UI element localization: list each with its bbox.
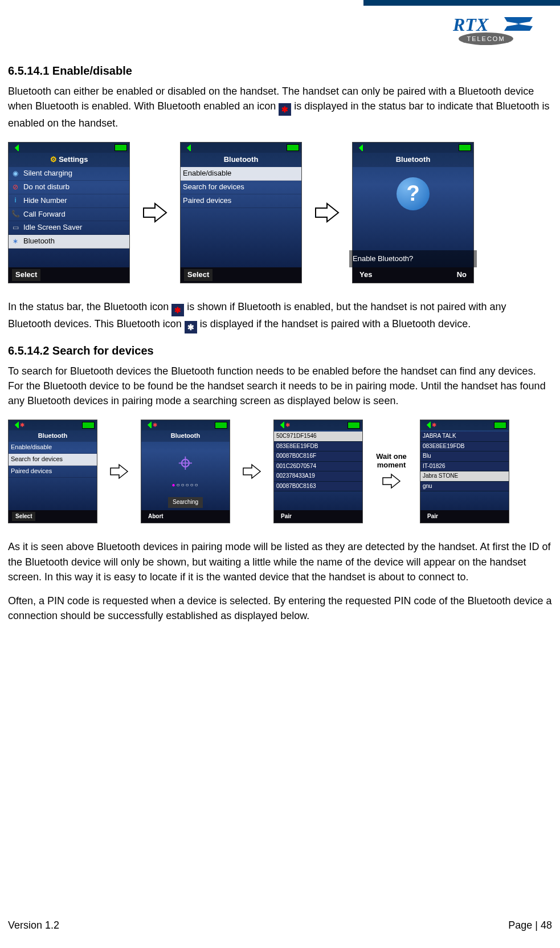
phone-device-names-screen: ✱ JABRA TALK 083E8EE19FDB Blu IT-01826 J… <box>420 420 509 523</box>
device-name-item[interactable]: 083E8EE19FDB <box>420 442 509 452</box>
device-id-item[interactable]: 083E8EE19FDB <box>274 442 362 452</box>
logo-text-sub: TELECOM <box>467 35 505 42</box>
device-name-item[interactable]: JABRA TALK <box>420 432 509 442</box>
device-name-item[interactable]: Jabra STONE <box>420 471 509 482</box>
menu-item-search-devices[interactable]: Search for devices <box>9 454 97 466</box>
figure-row-1: ⚙ Settings ◉Silent charging ⊘Do not dist… <box>8 142 552 283</box>
softkey-pair[interactable]: Pair <box>277 512 295 522</box>
section1-paragraph1: Bluetooth can either be enabled or disab… <box>8 84 552 131</box>
device-id-item[interactable]: 00087B0C8163 <box>274 482 362 492</box>
section-heading-1: 6.5.14.1 Enable/disable <box>8 63 552 79</box>
device-name-item[interactable]: gnu <box>420 482 509 492</box>
menu-item-enable-disable[interactable]: Enable/disable <box>181 167 301 181</box>
menu-item-silent-charging[interactable]: ◉Silent charging <box>9 167 129 181</box>
menu-item-dnd[interactable]: ⊘Do not disturb <box>9 181 129 194</box>
bluetooth-paired-icon: ✱ <box>185 321 197 333</box>
device-name-item[interactable]: IT-01826 <box>420 462 509 472</box>
arrow-right-icon <box>109 461 129 482</box>
logo-text-main: RTX <box>453 14 489 35</box>
device-id-item[interactable]: 50C971DF1546 <box>274 432 362 442</box>
softkey-select[interactable]: Select <box>12 269 40 281</box>
menu-item-screensaver[interactable]: ▭Idle Screen Saver <box>9 221 129 235</box>
arrow-right-icon <box>141 199 169 226</box>
device-id-item[interactable]: 001C26D70574 <box>274 462 362 472</box>
bluetooth-search-icon: ⌖ <box>178 445 193 481</box>
screen-title: Bluetooth <box>141 430 230 442</box>
menu-item-bluetooth[interactable]: ∗Bluetooth <box>9 235 129 249</box>
arrow-right-icon <box>313 199 341 226</box>
status-bar <box>9 143 129 153</box>
arrow-right-icon <box>242 461 262 482</box>
phone-bt-menu-search-screen: ✱ Bluetooth Enable/disable Search for de… <box>8 420 97 523</box>
dialog-prompt: Enable Bluetooth? <box>349 250 477 268</box>
status-bar <box>181 143 301 153</box>
softkey-select[interactable]: Select <box>184 269 212 281</box>
arrow-right-icon <box>381 471 402 491</box>
phone-settings-screen: ⚙ Settings ◉Silent charging ⊘Do not dist… <box>8 142 130 283</box>
figure-row-2: ✱ Bluetooth Enable/disable Search for de… <box>8 420 552 523</box>
softkey-select[interactable]: Select <box>12 512 35 522</box>
menu-item-enable-disable[interactable]: Enable/disable <box>9 442 97 454</box>
section2-paragraph1: To search for Bluetooth devices the Blue… <box>8 364 552 408</box>
status-bar <box>353 143 473 153</box>
section-heading-2: 6.5.14.2 Search for devices <box>8 343 552 359</box>
device-name-item[interactable]: Blu <box>420 451 509 462</box>
screen-title: ⚙ Settings <box>9 153 129 167</box>
screen-title: Bluetooth <box>9 430 97 442</box>
menu-item-search-devices[interactable]: Search for devices <box>181 181 301 194</box>
phone-dialog-screen: Bluetooth ? Enable Bluetooth? YesNo <box>352 142 474 283</box>
company-logo: RTX TELECOM <box>453 14 538 50</box>
progress-dots: ●○○○○○ <box>171 481 199 490</box>
menu-item-paired-devices[interactable]: Paired devices <box>181 194 301 208</box>
phone-searching-screen: ✱ Bluetooth ⌖ ●○○○○○ Searching Abort <box>141 420 230 523</box>
bluetooth-enabled-icon: ✱ <box>279 103 291 116</box>
screen-title: Bluetooth <box>181 153 301 167</box>
screen-title: Bluetooth <box>353 153 473 167</box>
status-bar: ✱ <box>274 420 362 430</box>
status-bar: ✱ <box>420 420 509 430</box>
softkey-abort[interactable]: Abort <box>145 512 167 522</box>
menu-item-paired-devices[interactable]: Paired devices <box>9 466 97 478</box>
searching-label: Searching <box>168 497 203 508</box>
phone-device-ids-screen: ✱ 50C971DF1546 083E8EE19FDB 00087B0C816F… <box>273 420 363 523</box>
section1-paragraph2: In the status bar, the Bluetooth icon ✱ … <box>8 299 552 333</box>
status-bar: ✱ <box>9 420 97 430</box>
device-id-item[interactable]: 002378433A19 <box>274 471 362 482</box>
device-id-item[interactable]: 00087B0C816F <box>274 451 362 462</box>
wait-annotation: Wait one moment <box>374 452 408 470</box>
status-bar: ✱ <box>141 420 230 430</box>
menu-item-hide-number[interactable]: iHide Number <box>9 194 129 208</box>
softkey-no[interactable]: No <box>453 269 470 281</box>
softkey-pair[interactable]: Pair <box>424 512 442 522</box>
phone-bluetooth-menu-screen: Bluetooth Enable/disable Search for devi… <box>180 142 302 283</box>
header-accent-bar <box>363 0 560 6</box>
section2-paragraph2: As it is seen above Bluetooth devices in… <box>8 539 552 584</box>
question-icon: ? <box>397 177 430 210</box>
softkey-yes[interactable]: Yes <box>356 269 375 281</box>
menu-item-call-forward[interactable]: 📞Call Forward <box>9 208 129 222</box>
bluetooth-not-paired-icon: ✱ <box>171 304 184 316</box>
section2-paragraph3: Often, a PIN code is requested when a de… <box>8 593 552 623</box>
